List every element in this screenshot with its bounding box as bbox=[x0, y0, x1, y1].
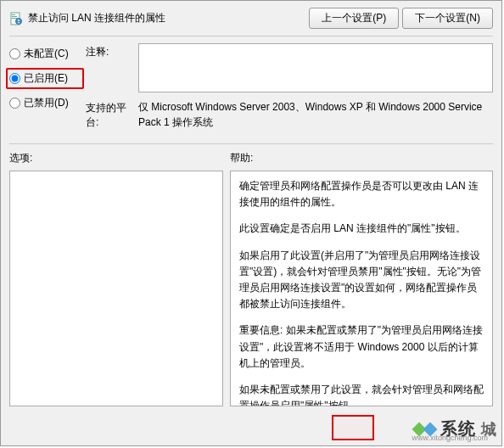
platform-label: 支持的平台: bbox=[86, 99, 138, 130]
radio-disabled-input[interactable] bbox=[9, 98, 20, 109]
options-column: 选项: bbox=[9, 151, 223, 406]
platform-text: 仅 Microsoft Windows Server 2003、Windows … bbox=[138, 99, 493, 130]
divider bbox=[9, 143, 493, 144]
watermark-url: www.xitongcheng.com bbox=[412, 434, 488, 442]
red-overlay-box bbox=[332, 415, 374, 440]
config-area: 未配置(C) 已启用(E) 已禁用(D) 注释: 支持的平台: 仅 Micros… bbox=[1, 43, 501, 137]
radio-enabled-label: 已启用(E) bbox=[24, 71, 68, 86]
divider bbox=[9, 36, 493, 36]
next-setting-button[interactable]: 下一个设置(N) bbox=[402, 8, 493, 29]
svg-rect-6 bbox=[18, 22, 19, 23]
right-config: 注释: 支持的平台: 仅 Microsoft Windows Server 20… bbox=[86, 43, 493, 137]
help-label: 帮助: bbox=[230, 151, 493, 165]
help-paragraph: 如果启用了此设置(并启用了"为管理员启用网络连接设置"设置)，就会针对管理员禁用… bbox=[239, 248, 484, 313]
help-column: 帮助: 确定管理员和网络配置操作员是否可以更改由 LAN 连接使用的组件的属性。… bbox=[230, 151, 493, 406]
dialog-window: 禁止访问 LAN 连接组件的属性 上一个设置(P) 下一个设置(N) 未配置(C… bbox=[0, 0, 502, 446]
help-paragraph: 重要信息: 如果未配置或禁用了"为管理员启用网络连接设置"，此设置将不适用于 W… bbox=[239, 322, 484, 372]
policy-icon bbox=[9, 12, 23, 25]
radio-not-configured[interactable]: 未配置(C) bbox=[9, 47, 82, 61]
radio-enabled[interactable]: 已启用(E) bbox=[9, 71, 81, 86]
radio-enabled-input[interactable] bbox=[9, 73, 20, 84]
radio-disabled[interactable]: 已禁用(D) bbox=[9, 96, 82, 110]
comment-row: 注释: bbox=[86, 43, 493, 92]
radio-column: 未配置(C) 已启用(E) 已禁用(D) bbox=[9, 43, 82, 137]
comment-label: 注释: bbox=[86, 43, 138, 92]
platform-row: 支持的平台: 仅 Microsoft Windows Server 2003、W… bbox=[86, 99, 493, 130]
comment-input[interactable] bbox=[138, 43, 493, 92]
svg-rect-2 bbox=[12, 16, 17, 17]
options-box[interactable] bbox=[9, 171, 223, 406]
svg-rect-3 bbox=[12, 18, 17, 19]
lower-area: 选项: 帮助: 确定管理员和网络配置操作员是否可以更改由 LAN 连接使用的组件… bbox=[1, 151, 501, 406]
watermark-logo-icon bbox=[414, 424, 435, 434]
help-paragraph: 确定管理员和网络配置操作员是否可以更改由 LAN 连接使用的组件的属性。 bbox=[239, 178, 484, 210]
dialog-title: 禁止访问 LAN 连接组件的属性 bbox=[28, 11, 165, 25]
help-paragraph: 此设置确定是否启用 LAN 连接组件的"属性"按钮。 bbox=[239, 221, 484, 237]
prev-setting-button[interactable]: 上一个设置(P) bbox=[309, 8, 399, 29]
help-paragraph: 如果未配置或禁用了此设置，就会针对管理员和网络配置操作员启用"属性"按钮。 bbox=[239, 382, 484, 406]
title-area: 禁止访问 LAN 连接组件的属性 bbox=[9, 11, 302, 25]
nav-buttons: 上一个设置(P) 下一个设置(N) bbox=[309, 8, 493, 29]
radio-not-configured-input[interactable] bbox=[9, 48, 20, 59]
svg-rect-1 bbox=[12, 14, 15, 15]
radio-disabled-label: 已禁用(D) bbox=[24, 96, 69, 110]
header-row: 禁止访问 LAN 连接组件的属性 上一个设置(P) 下一个设置(N) bbox=[1, 1, 501, 32]
watermark: 系统 城 www.xitongcheng.com bbox=[414, 417, 496, 440]
radio-not-configured-label: 未配置(C) bbox=[24, 47, 69, 61]
highlight-enabled: 已启用(E) bbox=[6, 68, 84, 89]
svg-rect-5 bbox=[18, 20, 19, 21]
options-label: 选项: bbox=[9, 151, 223, 165]
help-box[interactable]: 确定管理员和网络配置操作员是否可以更改由 LAN 连接使用的组件的属性。 此设置… bbox=[230, 171, 493, 406]
